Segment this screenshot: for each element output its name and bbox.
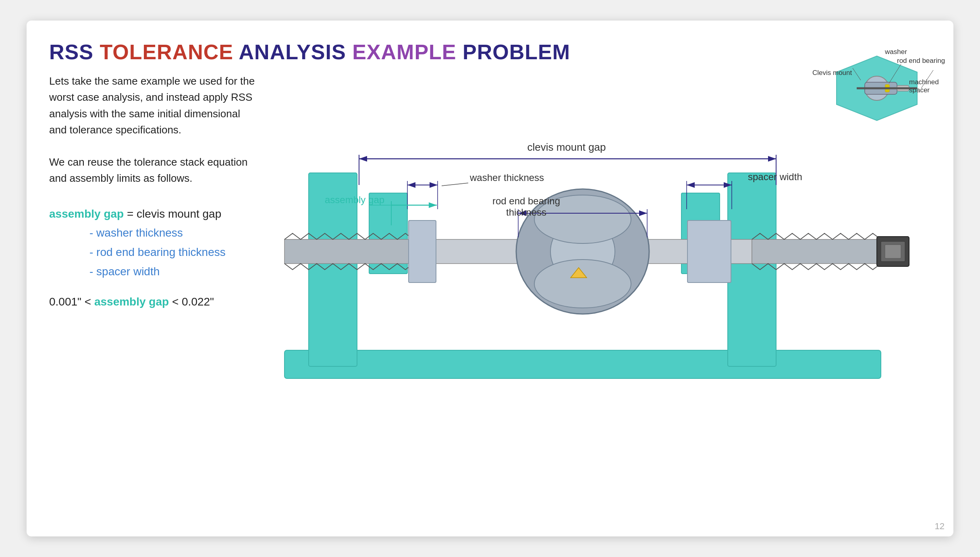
label-washer-thickness: washer thickness	[469, 172, 544, 183]
equation-assembly-gap: assembly gap	[49, 208, 124, 220]
svg-line-50	[442, 183, 468, 186]
page-number: 12	[935, 521, 945, 532]
svg-marker-44	[639, 210, 647, 216]
limits-assembly-gap: assembly gap	[94, 295, 169, 308]
equation-line-2: - rod end bearing thickness	[89, 243, 259, 262]
title-rss: RSS	[49, 40, 93, 64]
svg-rect-16	[752, 239, 881, 264]
thumb-label-clevis: Clevis mount	[812, 69, 852, 77]
thumb-label-washer: washer	[885, 48, 907, 56]
equation-block: assembly gap = clevis mount gap - washer…	[49, 204, 259, 281]
left-column: Lets take the same example we used for t…	[49, 73, 259, 308]
svg-marker-38	[429, 202, 437, 208]
limits-prefix: 0.001" <	[49, 295, 94, 308]
svg-marker-48	[687, 182, 695, 188]
svg-rect-22	[687, 220, 731, 283]
limits-suffix: < 0.022"	[169, 295, 214, 308]
svg-point-20	[534, 260, 631, 308]
diagram-area: washer rod end bearing Clevis mount mach…	[236, 48, 953, 536]
svg-rect-25	[885, 245, 901, 258]
equation-equals: = clevis mount gap	[127, 208, 221, 220]
label-assembly-gap: assembly gap	[325, 194, 384, 205]
limits-text: 0.001" < assembly gap < 0.022"	[49, 295, 259, 308]
label-spacer-width: spacer width	[748, 171, 802, 182]
label-rod-end-line1: rod end bearing	[492, 195, 560, 206]
svg-rect-21	[409, 220, 436, 283]
svg-marker-31	[768, 156, 776, 162]
slide: RSS TOLERANCE ANALYSIS EXAMPLE PROBLEM L…	[27, 21, 953, 536]
svg-marker-30	[359, 156, 367, 162]
equation-line-1: - washer thickness	[89, 223, 259, 243]
intro-text: Lets take the same example we used for t…	[49, 73, 259, 138]
svg-marker-35	[407, 182, 415, 188]
title-tolerance: TOLERANCE	[100, 40, 233, 64]
equation-line-3: - spacer width	[89, 262, 259, 281]
svg-marker-36	[430, 182, 438, 188]
svg-rect-9	[284, 350, 881, 378]
svg-rect-14	[284, 239, 413, 264]
label-rod-end-line2: thickness	[506, 207, 546, 218]
svg-rect-11	[728, 173, 776, 366]
reuse-text: We can reuse the tolerance stack equatio…	[49, 154, 259, 187]
thumb-label-rod-end: rod end bearing	[897, 57, 945, 65]
label-clevis-mount-gap: clevis mount gap	[527, 141, 606, 153]
assembly-diagram: clevis mount gap washer thickness assemb…	[244, 80, 921, 403]
